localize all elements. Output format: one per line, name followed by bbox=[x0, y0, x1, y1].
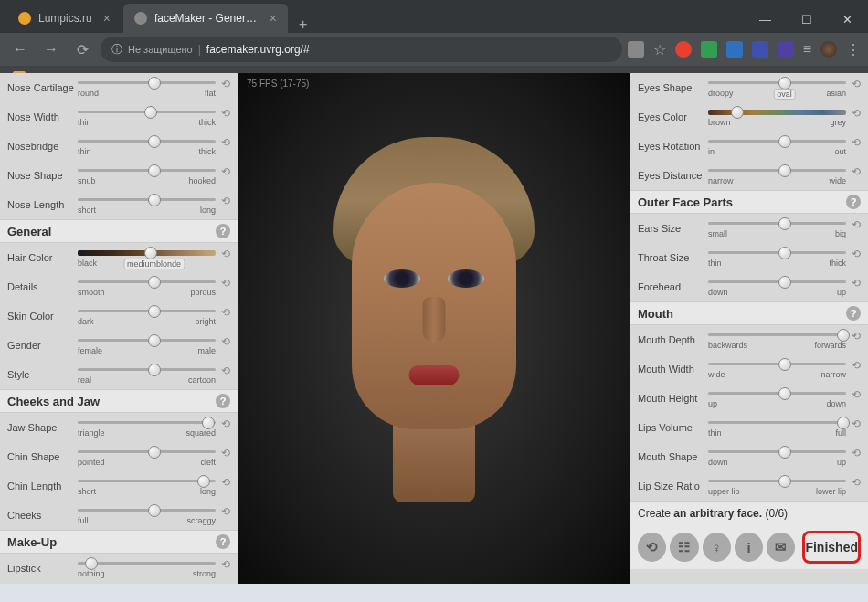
slider-thumb[interactable] bbox=[778, 276, 791, 289]
slider[interactable]: nothing strong ⟲ bbox=[76, 556, 232, 580]
ext-opera-icon[interactable] bbox=[675, 41, 692, 58]
reset-icon[interactable]: ⟲ bbox=[850, 165, 863, 178]
slider-thumb[interactable] bbox=[148, 446, 161, 459]
slider[interactable]: black mediumblonde ⟲ bbox=[76, 246, 232, 269]
slider-thumb[interactable] bbox=[837, 329, 850, 342]
slider[interactable]: upper lip lower lip ⟲ bbox=[706, 474, 863, 498]
slider[interactable]: thin thick ⟲ bbox=[76, 134, 232, 158]
help-icon[interactable]: ? bbox=[216, 534, 230, 549]
slider[interactable]: short long ⟲ bbox=[76, 193, 232, 217]
slider-thumb[interactable] bbox=[148, 334, 161, 347]
slider-thumb[interactable] bbox=[148, 364, 161, 376]
slider[interactable]: down up ⟲ bbox=[706, 275, 863, 299]
reset-icon[interactable]: ⟲ bbox=[219, 306, 232, 319]
slider-thumb[interactable] bbox=[148, 135, 161, 148]
slider-thumb[interactable] bbox=[148, 276, 161, 289]
close-icon[interactable]: × bbox=[270, 11, 277, 26]
slider[interactable]: small big ⟲ bbox=[706, 217, 863, 240]
slider[interactable]: smooth porous ⟲ bbox=[76, 275, 232, 299]
avatar[interactable] bbox=[820, 41, 837, 58]
reset-icon[interactable]: ⟲ bbox=[850, 388, 863, 401]
reset-icon[interactable]: ⟲ bbox=[850, 218, 863, 231]
slider-thumb[interactable] bbox=[778, 217, 791, 230]
reset-icon[interactable]: ⟲ bbox=[219, 136, 232, 149]
slider-thumb[interactable] bbox=[778, 135, 791, 148]
reset-icon[interactable]: ⟲ bbox=[219, 195, 232, 207]
slider[interactable]: short long ⟲ bbox=[76, 474, 232, 498]
star-icon[interactable]: ☆ bbox=[653, 41, 666, 58]
slider[interactable]: triangle squared ⟲ bbox=[76, 416, 232, 439]
reset-icon[interactable]: ⟲ bbox=[850, 78, 863, 90]
slider-thumb[interactable] bbox=[197, 475, 210, 488]
undo-button[interactable]: ⟲ bbox=[638, 533, 666, 562]
reset-icon[interactable]: ⟲ bbox=[219, 248, 232, 260]
new-tab-button[interactable]: + bbox=[290, 16, 316, 33]
reset-icon[interactable]: ⟲ bbox=[850, 476, 863, 489]
menu-icon[interactable]: ⋮ bbox=[846, 41, 861, 58]
slider-thumb[interactable] bbox=[778, 77, 791, 90]
ext-check-icon[interactable] bbox=[701, 41, 717, 58]
back-button[interactable]: ← bbox=[7, 37, 33, 62]
slider[interactable]: thin thick ⟲ bbox=[706, 246, 863, 269]
url-input[interactable]: ⓘ Не защищено | facemaker.uvrg.org/# bbox=[101, 37, 622, 62]
slider[interactable]: pointed cleft ⟲ bbox=[76, 445, 232, 469]
slider-thumb[interactable] bbox=[144, 247, 157, 259]
minimize-icon[interactable]: — bbox=[745, 5, 786, 33]
reset-icon[interactable]: ⟲ bbox=[219, 364, 232, 377]
translate-icon[interactable] bbox=[628, 41, 644, 58]
slider-thumb[interactable] bbox=[148, 194, 161, 206]
close-window-icon[interactable]: ✕ bbox=[827, 5, 868, 33]
slider[interactable]: female male ⟲ bbox=[76, 333, 232, 357]
slider-thumb[interactable] bbox=[144, 106, 157, 119]
reload-button[interactable]: ⟳ bbox=[69, 37, 95, 62]
slider-thumb[interactable] bbox=[778, 247, 791, 259]
ext-shield-icon[interactable] bbox=[726, 41, 743, 58]
slider-thumb[interactable] bbox=[778, 446, 791, 459]
slider[interactable]: real cartoon ⟲ bbox=[76, 363, 232, 386]
close-icon[interactable]: × bbox=[103, 11, 111, 26]
slider[interactable]: round flat ⟲ bbox=[76, 76, 232, 100]
help-icon[interactable]: ? bbox=[846, 306, 861, 321]
slider-thumb[interactable] bbox=[778, 164, 791, 177]
reset-icon[interactable]: ⟲ bbox=[219, 417, 232, 430]
slider[interactable]: thin full ⟲ bbox=[706, 416, 863, 439]
slider[interactable]: dark bright ⟲ bbox=[76, 304, 232, 328]
slider[interactable]: up down ⟲ bbox=[706, 386, 863, 410]
slider-thumb[interactable] bbox=[778, 358, 791, 371]
reset-icon[interactable]: ⟲ bbox=[850, 248, 863, 260]
reset-icon[interactable]: ⟲ bbox=[850, 107, 863, 120]
slider-thumb[interactable] bbox=[148, 77, 161, 90]
reset-icon[interactable]: ⟲ bbox=[219, 558, 232, 571]
slider[interactable]: in out ⟲ bbox=[706, 134, 863, 158]
help-icon[interactable]: ? bbox=[846, 195, 861, 209]
3d-viewport[interactable]: 75 FPS (17-75) bbox=[238, 73, 630, 584]
slider-thumb[interactable] bbox=[148, 504, 161, 517]
reset-icon[interactable]: ⟲ bbox=[219, 476, 232, 489]
reset-icon[interactable]: ⟲ bbox=[219, 78, 232, 90]
maximize-icon[interactable]: ☐ bbox=[786, 5, 827, 33]
ext-cube-icon[interactable] bbox=[752, 41, 768, 58]
slider[interactable]: narrow wide ⟲ bbox=[706, 164, 863, 187]
reset-icon[interactable]: ⟲ bbox=[219, 505, 232, 518]
reset-icon[interactable]: ⟲ bbox=[850, 359, 863, 372]
random-button[interactable]: ☷ bbox=[670, 533, 698, 562]
reset-icon[interactable]: ⟲ bbox=[219, 107, 232, 120]
tab-facemaker[interactable]: faceMaker - Generate your favo... × bbox=[123, 4, 288, 33]
finished-button[interactable]: Finished bbox=[802, 531, 861, 564]
info-button[interactable]: i bbox=[735, 533, 763, 562]
slider[interactable]: brown grey ⟲ bbox=[706, 105, 863, 129]
reset-icon[interactable]: ⟲ bbox=[850, 447, 863, 459]
help-icon[interactable]: ? bbox=[216, 224, 230, 238]
slider-thumb[interactable] bbox=[778, 475, 791, 488]
slider[interactable]: full scraggy ⟲ bbox=[76, 503, 232, 527]
info-icon[interactable]: ⓘ bbox=[111, 42, 122, 58]
slider-thumb[interactable] bbox=[731, 106, 744, 119]
slider-thumb[interactable] bbox=[148, 305, 161, 318]
reset-icon[interactable]: ⟲ bbox=[219, 335, 232, 348]
reset-icon[interactable]: ⟲ bbox=[850, 136, 863, 149]
slider-thumb[interactable] bbox=[778, 387, 791, 400]
help-icon[interactable]: ? bbox=[216, 394, 230, 408]
slider[interactable]: backwards forwards ⟲ bbox=[706, 328, 863, 352]
reset-icon[interactable]: ⟲ bbox=[850, 417, 863, 430]
slider[interactable]: snub hooked ⟲ bbox=[76, 164, 232, 187]
